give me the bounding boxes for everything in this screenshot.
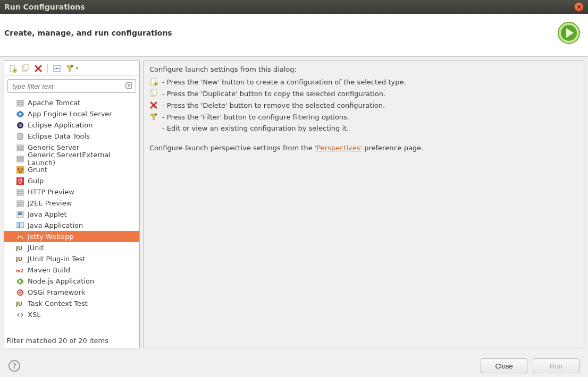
eclipse-icon — [16, 121, 24, 130]
tree-item[interactable]: JUnit — [4, 242, 139, 253]
perspective-pre: Configure launch perspective settings fr… — [149, 144, 315, 152]
tree-item-label: Task Context Test — [28, 299, 88, 307]
genserver-icon — [16, 199, 24, 208]
node-icon — [16, 277, 24, 286]
tree-item[interactable]: Eclipse Application — [4, 119, 139, 131]
tree-item-label: Eclipse Application — [28, 121, 93, 129]
main-area: ▾ Apache TomcatApp Engine Local ServerEc… — [0, 57, 588, 352]
dialog-footer: ? Close Run — [0, 352, 588, 377]
tree-item-label: Eclipse Data Tools — [28, 132, 90, 140]
collapse-all-button[interactable] — [52, 63, 62, 74]
osgi-icon — [16, 288, 24, 297]
jetty-icon — [16, 233, 24, 241]
tree-item-label: Gulp — [28, 177, 44, 185]
instruction-filter: - Press the 'Filter' button to configure… — [162, 113, 349, 121]
perspective-line: Configure launch perspective settings fr… — [149, 144, 578, 152]
junit-icon — [16, 255, 24, 263]
tree-item-label: App Engine Local Server — [28, 110, 112, 118]
dialog-header: Create, manage, and run configurations — [0, 14, 588, 57]
toolbar-separator — [47, 64, 48, 73]
duplicate-icon — [149, 89, 158, 98]
tree-item-label: Grunt — [28, 166, 47, 174]
genserver-icon — [16, 143, 24, 152]
filter-row — [4, 76, 139, 96]
instruction-duplicate: - Press the 'Duplicate' button to copy t… — [162, 90, 385, 98]
run-button[interactable]: Run — [533, 358, 579, 373]
tree-item[interactable]: OSGi Framework — [4, 287, 139, 298]
clear-filter-icon[interactable] — [124, 81, 133, 90]
duplicate-config-button[interactable] — [20, 63, 31, 74]
filter-icon — [149, 113, 158, 121]
new-config-button[interactable] — [7, 63, 18, 74]
tree-item-label: JUnit — [28, 244, 44, 252]
datatools-icon — [16, 132, 24, 141]
instruction-new: - Press the 'New' button to create a con… — [162, 78, 406, 86]
tree-item[interactable]: Jetty Webapp — [4, 231, 139, 242]
page-title: Create, manage, and run configurations — [4, 29, 172, 37]
delete-icon — [149, 101, 158, 109]
config-tree[interactable]: Apache TomcatApp Engine Local ServerEcli… — [4, 96, 139, 335]
tree-item[interactable]: Apache Tomcat — [4, 97, 139, 108]
titlebar: Run Configurations — [0, 0, 588, 14]
tree-item[interactable]: Eclipse Data Tools — [4, 131, 139, 142]
tree-item[interactable]: Java Applet — [4, 209, 139, 220]
genserver-icon — [16, 155, 24, 163]
tree-item[interactable]: XSL — [4, 309, 139, 320]
tree-item[interactable]: Task Context Test — [4, 298, 139, 309]
filter-status: Filter matched 20 of 20 items — [4, 335, 139, 348]
tree-item-label: Node.js Application — [28, 277, 94, 285]
close-button[interactable]: Close — [481, 358, 527, 373]
tree-toolbar: ▾ — [4, 61, 139, 76]
gulp-icon — [16, 177, 24, 185]
new-icon — [149, 78, 158, 86]
junit-icon — [16, 299, 24, 308]
tree-item-label: JUnit Plug-in Test — [28, 255, 86, 263]
tree-item[interactable]: HTTP Preview — [4, 186, 139, 198]
perspective-post: preference page. — [362, 144, 423, 152]
tree-item-label: Jetty Webapp — [28, 233, 74, 241]
perspectives-link[interactable]: 'Perspectives' — [315, 144, 362, 152]
filter-dropdown-arrow[interactable]: ▾ — [76, 66, 78, 71]
window-title: Run Configurations — [4, 3, 85, 11]
instruction-delete: - Press the 'Delete' button to remove th… — [162, 101, 385, 109]
help-button[interactable]: ? — [9, 360, 20, 372]
tree-item[interactable]: Node.js Application — [4, 276, 139, 287]
tree-item-label: Maven Build — [28, 266, 70, 274]
tree-item-label: Java Application — [28, 221, 83, 229]
tree-item[interactable]: JUnit Plug-in Test — [4, 253, 139, 264]
appengine-icon — [16, 110, 24, 118]
tree-item-label: XSL — [28, 311, 40, 319]
config-tree-pane: ▾ Apache TomcatApp Engine Local ServerEc… — [4, 61, 140, 348]
tree-item-label: HTTP Preview — [28, 188, 74, 196]
instructions-heading: Configure launch settings from this dial… — [149, 65, 578, 73]
tree-item-label: J2EE Preview — [28, 199, 72, 207]
tree-item-label: Apache Tomcat — [28, 99, 80, 107]
run-icon — [557, 21, 581, 45]
javaapp-icon — [16, 221, 24, 230]
filter-button[interactable] — [64, 63, 75, 74]
tree-item[interactable]: Gulp — [4, 175, 139, 186]
tree-item[interactable]: J2EE Preview — [4, 198, 139, 209]
close-icon[interactable] — [574, 2, 584, 12]
tree-item-label: Java Applet — [28, 210, 67, 218]
filter-input[interactable] — [7, 79, 136, 93]
delete-config-button[interactable] — [33, 63, 44, 74]
instruction-edit: - Edit or view an existing configuration… — [162, 124, 349, 132]
tree-item[interactable]: Java Application — [4, 220, 139, 231]
genserver-icon — [16, 188, 24, 196]
xsl-icon — [16, 311, 24, 319]
tree-item-label: OSGi Framework — [28, 288, 85, 296]
grunt-icon — [16, 166, 24, 174]
tomcat-icon — [16, 99, 24, 107]
junit-icon — [16, 244, 24, 252]
applet-icon — [16, 210, 24, 219]
maven-icon — [16, 266, 24, 275]
tree-item[interactable]: Generic Server(External Launch) — [4, 153, 139, 164]
tree-item-label: Generic Server(External Launch) — [28, 151, 139, 167]
tree-item[interactable]: App Engine Local Server — [4, 108, 139, 119]
tree-item[interactable]: Maven Build — [4, 264, 139, 276]
instructions-pane: Configure launch settings from this dial… — [144, 61, 584, 348]
